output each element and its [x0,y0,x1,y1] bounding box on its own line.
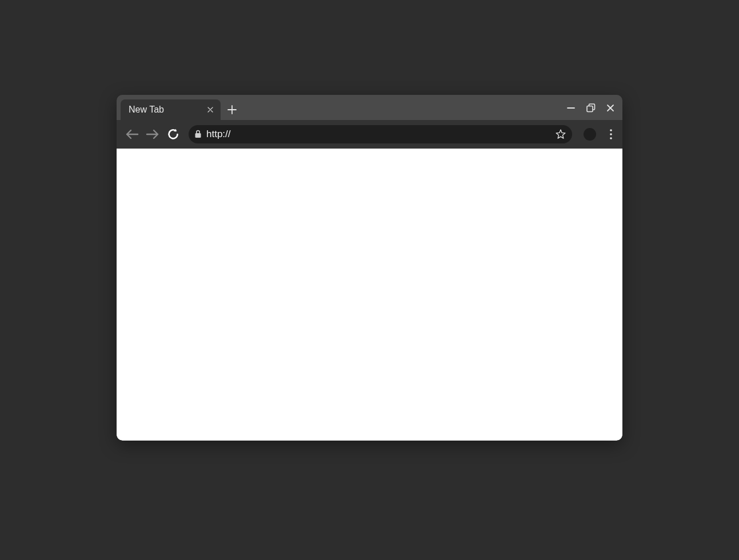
reload-icon [167,128,179,141]
lock-icon [194,130,202,138]
plus-icon [227,105,237,114]
forward-button[interactable] [145,127,160,142]
profile-avatar[interactable] [584,128,596,141]
browser-window: New Tab [117,95,622,441]
minimize-button[interactable] [566,103,576,113]
browser-tab[interactable]: New Tab [121,99,221,120]
address-bar[interactable]: http:// [189,125,572,143]
arrow-left-icon [125,129,139,140]
tab-title: New Tab [129,105,205,115]
close-window-button[interactable] [606,104,614,112]
kebab-menu-icon [610,129,612,139]
svg-rect-2 [587,106,593,111]
svg-point-5 [610,133,612,135]
page-viewport[interactable] [117,149,622,441]
new-tab-button[interactable] [224,102,240,118]
star-icon [555,129,566,140]
svg-point-4 [610,129,612,131]
maximize-button[interactable] [586,103,596,113]
back-button[interactable] [125,127,139,142]
url-text: http:// [206,129,552,140]
close-icon [606,104,614,112]
bookmark-button[interactable] [555,129,566,140]
minimize-icon [566,103,576,113]
maximize-icon [586,103,596,113]
menu-button[interactable] [605,129,617,139]
toolbar: http:// [117,120,622,149]
window-controls [566,103,614,113]
svg-point-6 [610,137,612,139]
arrow-right-icon [146,129,159,140]
reload-button[interactable] [166,127,181,142]
svg-rect-3 [195,133,201,138]
close-tab-button[interactable] [205,104,216,115]
close-icon [207,107,213,113]
tab-bar: New Tab [117,95,622,120]
